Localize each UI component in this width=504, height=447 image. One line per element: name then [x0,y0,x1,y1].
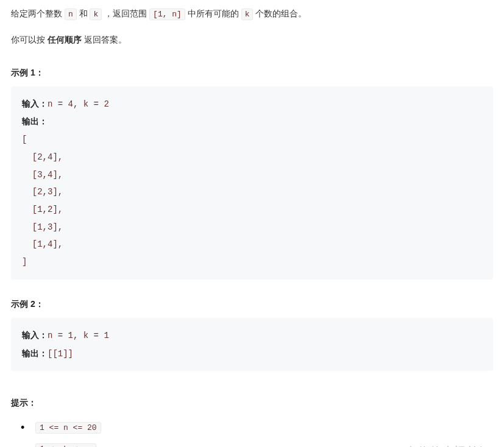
output-value: [[1]] [48,349,73,359]
list-item: 1 <= k <= n [35,439,493,447]
text: 返回答案。 [82,35,127,44]
output-label: 输出： [22,116,48,126]
text: 和 [77,9,90,18]
output-label: 输出： [22,348,48,358]
text: 你可以按 [11,35,48,44]
example-1-block: 输入：n = 4, k = 2 输出： [ [2,4], [3,4], [2,3… [11,86,493,280]
text: 中所有可能的 [185,9,241,18]
problem-statement-2: 你可以按 任何顺序 返回答案。 [11,32,493,48]
input-label: 输入： [22,99,48,108]
text: 个数的组合。 [253,9,307,18]
hints-list: 1 <= n <= 20 1 <= k <= n [11,418,493,447]
input-value: n = 1, k = 1 [48,331,109,340]
example-1-title: 示例 1： [11,65,493,80]
code-k2: k [241,9,254,20]
constraint-1: 1 <= n <= 20 [35,422,101,434]
input-value: n = 4, k = 2 [48,99,109,109]
code-k: k [90,9,102,20]
text: ，返回范围 [102,9,149,18]
input-label: 输入： [22,330,48,340]
bold-any-order: 任何顺序 [48,35,82,44]
constraint-2: 1 <= k <= n [35,443,96,447]
text: 给定两个整数 [11,9,65,18]
code-range: [1, n] [149,9,185,20]
example-2-block: 输入：n = 1, k = 1 输出：[[1]] [11,318,493,371]
code-n: n [65,9,77,20]
problem-statement-1: 给定两个整数 n 和 k ，返回范围 [1, n] 中所有可能的 k 个数的组合… [11,6,493,21]
output-value: [ [2,4], [3,4], [2,3], [1,2], [1,3], [1,… [22,135,63,267]
example-2-title: 示例 2： [11,297,493,312]
list-item: 1 <= n <= 20 [35,418,493,437]
hints-title: 提示： [11,395,493,410]
